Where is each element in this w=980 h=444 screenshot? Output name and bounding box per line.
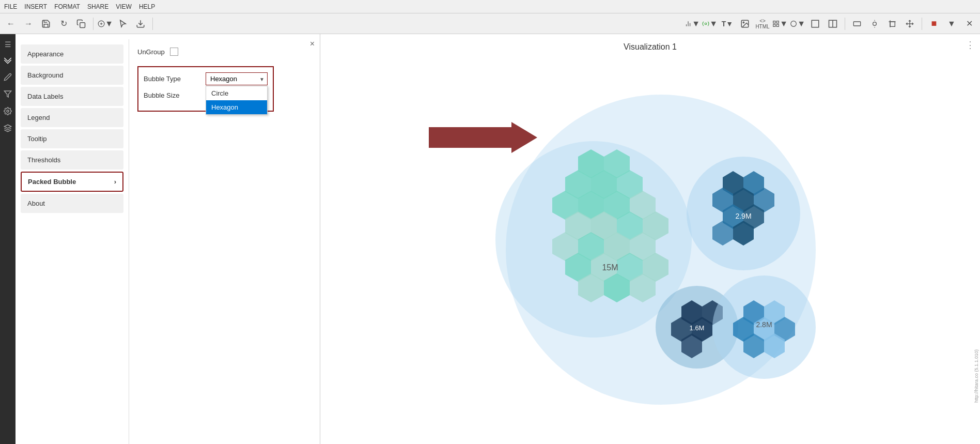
- nav-thresholds[interactable]: Thresholds: [21, 150, 123, 170]
- menu-format[interactable]: FORMAT: [54, 3, 80, 10]
- filter-button[interactable]: ▼: [702, 17, 718, 31]
- toolbar: ← → ↻ ▼ ▼ ▼ T▼: [0, 13, 980, 34]
- nav-tooltip[interactable]: Tooltip: [21, 129, 123, 148]
- brightness-button[interactable]: [867, 17, 882, 31]
- nav-sidebar: Appearance Background Data Labels Legend…: [15, 39, 129, 444]
- svg-marker-26: [4, 91, 11, 97]
- svg-point-10: [743, 22, 744, 23]
- toolbar-sep-4: [922, 18, 922, 30]
- refresh-button[interactable]: ↻: [56, 17, 71, 31]
- viz-more-icon[interactable]: ⋮: [966, 39, 975, 51]
- bubble-size-label: Bubble Size: [144, 91, 206, 99]
- ungroup-checkbox[interactable]: [170, 48, 178, 56]
- svg-rect-12: [776, 21, 779, 23]
- chart-container: 15M 2.9M: [346, 60, 975, 439]
- nav-background[interactable]: Background: [21, 66, 123, 85]
- svg-text:15M: 15M: [602, 263, 618, 272]
- nav-legend[interactable]: Legend: [21, 108, 123, 127]
- zoom-out-button[interactable]: [849, 17, 865, 31]
- bubble-type-row: Bubble Type Hexagon Circle ▼ Circle: [144, 72, 268, 85]
- svg-rect-14: [776, 24, 779, 26]
- frame-button[interactable]: [807, 17, 823, 31]
- bubble-type-select[interactable]: Hexagon Circle: [206, 72, 268, 85]
- bubble-type-dropdown: Circle Hexagon: [206, 86, 268, 115]
- svg-text:2.8M: 2.8M: [756, 320, 772, 329]
- left-icon-pencil[interactable]: [2, 71, 14, 85]
- svg-rect-16: [812, 20, 819, 27]
- main-layout: ☰ ×: [0, 34, 980, 444]
- left-panel: ☰: [0, 34, 15, 444]
- forward-button[interactable]: →: [21, 17, 36, 31]
- left-icon-layers[interactable]: [2, 54, 14, 68]
- export-button[interactable]: [133, 17, 148, 31]
- widget-button[interactable]: ▼: [772, 17, 788, 31]
- ungroup-label: UnGroup: [137, 48, 165, 56]
- panel-button[interactable]: [825, 17, 841, 31]
- ungroup-row: UnGroup: [137, 48, 312, 56]
- svg-text:1.6M: 1.6M: [689, 324, 704, 332]
- menu-help[interactable]: HELP: [139, 3, 155, 10]
- menu-share[interactable]: SHARE: [87, 3, 108, 10]
- properties-area: UnGroup Bubble Type Hexagon Circle: [129, 39, 320, 444]
- nav-about[interactable]: About: [21, 194, 123, 213]
- add-button[interactable]: ▼: [98, 17, 113, 31]
- toolbar-sep-3: [845, 18, 845, 30]
- left-icon-filter[interactable]: [2, 88, 14, 102]
- html-button[interactable]: <>HTML: [755, 17, 770, 31]
- viz-area: Visualization 1 ⋮: [320, 34, 980, 444]
- menu-insert[interactable]: INSERT: [24, 3, 47, 10]
- format-panel: × Appearance Background Data Labels Lege…: [15, 34, 320, 444]
- svg-point-27: [7, 110, 9, 112]
- left-icon-layers2[interactable]: [2, 122, 14, 136]
- nav-packed-bubble[interactable]: Packed Bubble ›: [21, 172, 123, 192]
- shape-button[interactable]: ▼: [790, 17, 805, 31]
- move-button[interactable]: [902, 17, 917, 31]
- panel-close-button[interactable]: ×: [310, 39, 315, 49]
- svg-point-15: [791, 21, 797, 26]
- svg-point-20: [873, 22, 877, 25]
- toolbar-sep-2: [152, 18, 153, 30]
- svg-marker-28: [4, 125, 11, 128]
- copy-button[interactable]: [73, 17, 89, 31]
- toolbar-sep-1: [93, 18, 94, 30]
- cursor-button[interactable]: [115, 17, 131, 31]
- viz-title: Visualization 1: [320, 42, 980, 52]
- image-button[interactable]: [737, 17, 753, 31]
- svg-point-8: [705, 23, 707, 25]
- dropdown-item-hexagon[interactable]: Hexagon: [206, 100, 267, 114]
- nav-appearance[interactable]: Appearance: [21, 44, 123, 64]
- svg-marker-29: [429, 122, 537, 153]
- red-icon[interactable]: ■: [926, 17, 942, 31]
- svg-rect-11: [773, 21, 775, 23]
- dropdown-item-circle[interactable]: Circle: [206, 86, 267, 100]
- arrow-annotation: [429, 122, 537, 155]
- menu-bar: FILE INSERT FORMAT SHARE VIEW HELP: [0, 0, 980, 13]
- dropdown-all[interactable]: ▼: [944, 17, 959, 31]
- svg-rect-19: [853, 22, 860, 26]
- svg-rect-13: [773, 24, 775, 26]
- text-button[interactable]: T▼: [720, 17, 735, 31]
- chart-button[interactable]: ▼: [685, 17, 700, 31]
- svg-rect-0: [80, 22, 85, 27]
- content-area: × Appearance Background Data Labels Lege…: [15, 34, 980, 444]
- close-window[interactable]: ✕: [961, 17, 977, 31]
- bubble-settings-box: Bubble Type Hexagon Circle ▼ Circle: [137, 66, 274, 112]
- menu-file[interactable]: FILE: [4, 3, 17, 10]
- bubble-type-select-wrapper: Hexagon Circle ▼: [206, 72, 268, 85]
- crop-button[interactable]: [884, 17, 900, 31]
- menu-view[interactable]: VIEW: [116, 3, 132, 10]
- left-icon-menu[interactable]: ☰: [3, 38, 13, 51]
- left-icon-gear[interactable]: [2, 105, 14, 119]
- save-button[interactable]: [38, 17, 54, 31]
- back-button[interactable]: ←: [3, 17, 19, 31]
- nav-data-labels[interactable]: Data Labels: [21, 87, 123, 106]
- bubble-type-label: Bubble Type: [144, 75, 206, 83]
- svg-rect-23: [890, 22, 895, 26]
- version-text: http://hitara.co (5.1.1.010): [974, 349, 979, 403]
- svg-text:2.9M: 2.9M: [735, 212, 751, 220]
